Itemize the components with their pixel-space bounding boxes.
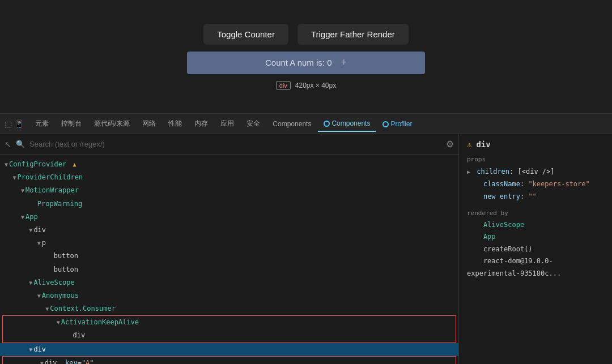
tree-node-button-1[interactable]: button	[0, 250, 458, 263]
devtools-cursor-button[interactable]: ↖	[5, 140, 11, 149]
search-input[interactable]	[29, 140, 441, 148]
devtools-body: ↖ 🔍 ⚙ ▼ConfigProvider ▲ ▼ProviderChildre…	[0, 134, 612, 364]
react-icon-components	[324, 121, 330, 127]
prop-new-entry: new entry: ""	[467, 191, 604, 202]
tab-elements[interactable]: 元素	[29, 115, 54, 132]
tree-node-p[interactable]: ▼p	[0, 237, 458, 250]
size-info: div 420px × 40px	[276, 81, 336, 90]
preview-area: Toggle Counter Trigger Father Render Cou…	[0, 0, 612, 113]
component-tree: ▼ConfigProvider ▲ ▼ProviderChildren ▼Mot…	[0, 155, 458, 364]
component-tree-panel: ↖ 🔍 ⚙ ▼ConfigProvider ▲ ▼ProviderChildre…	[0, 134, 459, 364]
div-tag: div	[276, 81, 291, 90]
tree-node-button-2[interactable]: button	[0, 263, 458, 276]
search-icon: 🔍	[16, 140, 25, 148]
tab-console[interactable]: 控制台	[56, 115, 87, 132]
tree-node-propwarning[interactable]: PropWarning	[0, 198, 458, 211]
devtools-tabs-bar: ⬚ 📱 元素 控制台 源代码/来源 网络 性能 内存 应用 安全 Compone…	[0, 114, 612, 134]
tree-node-motionwrapper[interactable]: ▼MotionWrapper	[0, 184, 458, 197]
react-icon-profiler	[382, 121, 389, 127]
search-bar: ↖ 🔍 ⚙	[0, 134, 458, 155]
tree-node-div-key-a[interactable]: ▼div key="A"	[3, 357, 456, 364]
inspector-mobile-button[interactable]: 📱	[14, 119, 24, 129]
tab-components[interactable]: Components	[318, 116, 376, 132]
rendered-by-app[interactable]: App	[467, 231, 604, 243]
settings-gear-button[interactable]: ⚙	[446, 139, 454, 149]
warning-icon: ⚠	[467, 140, 471, 149]
tab-sources[interactable]: 源代码/来源	[88, 115, 135, 132]
tree-node-app-div[interactable]: ▼div	[0, 224, 458, 237]
tree-node-configprovider[interactable]: ▼ConfigProvider ▲	[0, 158, 458, 171]
tree-node-app[interactable]: ▼App	[0, 211, 458, 224]
tab-application[interactable]: 应用	[215, 115, 240, 132]
toggle-counter-button[interactable]: Toggle Counter	[203, 24, 288, 45]
tree-node-providerchildren[interactable]: ▼ProviderChildren	[0, 171, 458, 184]
props-label: props	[467, 156, 604, 163]
tree-node-selected-div[interactable]: ▼div	[0, 343, 458, 356]
devtools-panel: ⬚ 📱 元素 控制台 源代码/来源 网络 性能 内存 应用 安全 Compone…	[0, 113, 612, 364]
counter-text: Count A num is: 0	[265, 58, 332, 67]
tree-node-keepalive-div[interactable]: div	[3, 329, 456, 342]
counter-bar: Count A num is: 0 +	[187, 52, 425, 74]
trigger-father-render-button[interactable]: Trigger Father Render	[298, 24, 409, 45]
rendered-by-reactdom: react-dom@19.0.0-experimental-935180c...	[467, 255, 604, 280]
inspector-cursor-button[interactable]: ⬚	[5, 119, 12, 129]
tab-memory[interactable]: 内存	[189, 115, 214, 132]
tree-node-activationkeepalive[interactable]: ▼ActivationKeepAlive	[3, 316, 456, 329]
right-panel: ⚠ div props ▶ children: [<div />] classN…	[459, 134, 612, 364]
tree-node-alivescope[interactable]: ▼AliveScope	[0, 276, 458, 289]
tree-node-context-consumer[interactable]: ▼Context.Consumer	[0, 302, 458, 315]
rendered-by-alivescope[interactable]: AliveScope	[467, 219, 604, 232]
tab-security[interactable]: 安全	[241, 115, 266, 132]
prop-classname: className: "keepers-store"	[467, 179, 604, 190]
top-buttons: Toggle Counter Trigger Father Render	[203, 24, 409, 45]
red-box-1: ▼ActivationKeepAlive div	[2, 315, 456, 342]
selected-component-title: div	[476, 140, 490, 149]
tab-profiler[interactable]: Profiler	[377, 117, 418, 131]
rendered-by-label: rendered by	[467, 209, 604, 217]
right-panel-header: ⚠ div	[467, 140, 604, 149]
red-box-2: ▼div key="A" ▼Counter ▼div	[2, 356, 456, 364]
prop-children: ▶ children: [<div />]	[467, 166, 604, 177]
tab-lighthouse[interactable]: Components	[267, 117, 317, 131]
rendered-by-createroot: createRoot()	[467, 243, 604, 256]
counter-plus-button[interactable]: +	[341, 57, 347, 68]
tab-network[interactable]: 网络	[137, 115, 162, 132]
size-label: 420px × 40px	[295, 82, 336, 89]
tab-performance[interactable]: 性能	[163, 115, 188, 132]
tree-node-anonymous[interactable]: ▼Anonymous	[0, 289, 458, 302]
